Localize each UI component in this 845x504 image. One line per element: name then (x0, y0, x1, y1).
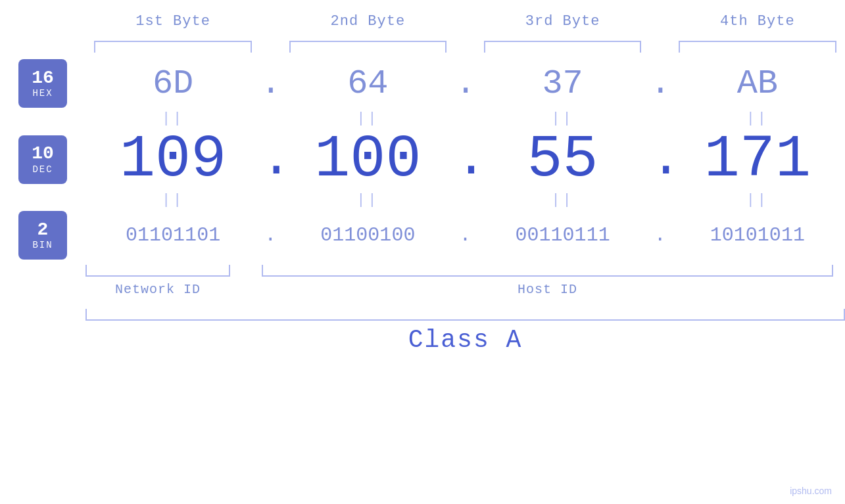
main-container: 1st Byte 2nd Byte 3rd Byte 4th Byte (0, 0, 845, 504)
dec-badge: 10 DEC (18, 135, 67, 184)
dec-val-1: 109 (85, 130, 260, 189)
top-bracket-3 (475, 41, 650, 53)
bottom-spacer (0, 265, 85, 297)
bin-val-3: 00110111 (475, 224, 650, 246)
class-label: Class A (85, 326, 845, 354)
dec-val-3: 55 (475, 130, 650, 189)
equals-2-1: || (85, 192, 260, 208)
bin-value-4: 10101011 (710, 224, 805, 246)
dot-spacer-2 (456, 13, 475, 30)
bottom-brackets-row: Network ID Host ID (0, 265, 845, 297)
dec-value-1: 109 (120, 126, 226, 193)
dec-badge-label: DEC (32, 164, 53, 175)
equals-1-2: || (280, 110, 455, 127)
top-bracket-spacer (0, 41, 85, 53)
bin-dot-3: . (650, 224, 670, 246)
byte3-header-cell: 3rd Byte (475, 13, 650, 30)
network-bracket-shape (85, 265, 230, 277)
class-spacer (0, 309, 85, 354)
dec-dot-3: . (650, 129, 670, 189)
hex-value-3: 37 (542, 64, 583, 103)
hex-value-4: AB (737, 64, 778, 103)
top-bracket-shape-3 (484, 41, 642, 53)
bin-badge-num: 2 (37, 220, 49, 241)
hex-value-1: 6D (153, 64, 193, 103)
hex-badge-col: 16 HEX (0, 59, 85, 108)
hex-badge-label: HEX (32, 88, 53, 99)
byte2-header: 2nd Byte (331, 13, 406, 30)
bin-val-1: 01101101 (85, 224, 260, 246)
equals-2-4: || (670, 192, 845, 208)
badge-spacer (0, 13, 85, 30)
hex-dot-2: . (456, 64, 475, 103)
dec-badge-col: 10 DEC (0, 135, 85, 184)
equals-spacer-2 (0, 192, 85, 208)
dot-spacer-1 (260, 13, 280, 30)
top-bracket-shape-2 (289, 41, 447, 53)
footer-text: ipshu.com (790, 486, 832, 496)
dec-val-4: 171 (670, 130, 845, 189)
hex-val-2: 64 (280, 64, 455, 103)
dec-dot-1: . (260, 129, 280, 189)
equals-content-1: || || || || (85, 110, 845, 127)
bin-value-1: 01101101 (126, 224, 220, 246)
bin-value-2: 01100100 (320, 224, 415, 246)
dot-spacer-b1 (260, 41, 280, 53)
byte2-header-cell: 2nd Byte (280, 13, 455, 30)
top-bracket-1 (85, 41, 260, 53)
byte4-header-cell: 4th Byte (670, 13, 845, 30)
bin-row: 2 BIN 01101101 . 01100100 . 00110111 . 1… (0, 211, 845, 260)
class-bracket-container: Class A (85, 309, 845, 354)
dec-row: 10 DEC 109 . 100 . 55 . 171 (0, 129, 845, 189)
bin-val-2: 01100100 (280, 224, 455, 246)
host-bracket-shape (262, 265, 833, 277)
byte1-header: 1st Byte (135, 13, 210, 30)
equals-row-1: || || || || (0, 110, 845, 127)
byte-headers-content: 1st Byte 2nd Byte 3rd Byte 4th Byte (85, 13, 845, 30)
bin-dot-1: . (260, 224, 280, 246)
hex-values: 6D . 64 . 37 . AB (85, 64, 845, 103)
class-bracket-shape (85, 309, 845, 321)
bin-dot-2: . (456, 224, 475, 246)
equals-2-3: || (475, 192, 650, 208)
bin-value-3: 00110111 (516, 224, 610, 246)
dec-value-2: 100 (314, 126, 421, 193)
bin-badge-col: 2 BIN (0, 211, 85, 260)
top-bracket-4 (670, 41, 845, 53)
hex-badge-num: 16 (32, 68, 54, 89)
dot-spacer-b2 (456, 41, 475, 53)
dec-dot-2: . (456, 129, 475, 189)
bin-badge-label: BIN (32, 240, 53, 250)
hex-value-2: 64 (347, 64, 388, 103)
hex-row: 16 HEX 6D . 64 . 37 . AB (0, 59, 845, 108)
equals-1-3: || (475, 110, 650, 127)
equals-spacer-1 (0, 110, 85, 127)
hex-dot-3: . (650, 64, 670, 103)
equals-1-1: || (85, 110, 260, 127)
hex-dot-1: . (260, 64, 280, 103)
dot-spacer-b3 (650, 41, 670, 53)
class-row: Class A (0, 309, 845, 354)
top-brackets-content (85, 41, 845, 53)
equals-row-2: || || || || (0, 192, 845, 208)
bin-values: 01101101 . 01100100 . 00110111 . 1010101… (85, 224, 845, 246)
equals-1-4: || (670, 110, 845, 127)
dot-spacer-3 (650, 13, 670, 30)
top-bracket-shape-4 (679, 41, 836, 53)
dec-value-3: 55 (527, 126, 598, 193)
top-brackets-row (0, 41, 845, 53)
byte1-header-cell: 1st Byte (85, 13, 260, 30)
bin-val-4: 10101011 (670, 224, 845, 246)
host-id-bracket: Host ID (250, 265, 845, 297)
dec-values: 109 . 100 . 55 . 171 (85, 129, 845, 189)
hex-val-4: AB (670, 64, 845, 103)
network-id-bracket: Network ID (85, 265, 230, 297)
bottom-content: Network ID Host ID (85, 265, 845, 297)
dec-val-2: 100 (280, 130, 455, 189)
hex-val-1: 6D (85, 64, 260, 103)
equals-2-2: || (280, 192, 455, 208)
bin-badge: 2 BIN (18, 211, 67, 260)
hex-badge: 16 HEX (18, 59, 67, 108)
byte-headers-row: 1st Byte 2nd Byte 3rd Byte 4th Byte (0, 13, 845, 30)
equals-content-2: || || || || (85, 192, 845, 208)
